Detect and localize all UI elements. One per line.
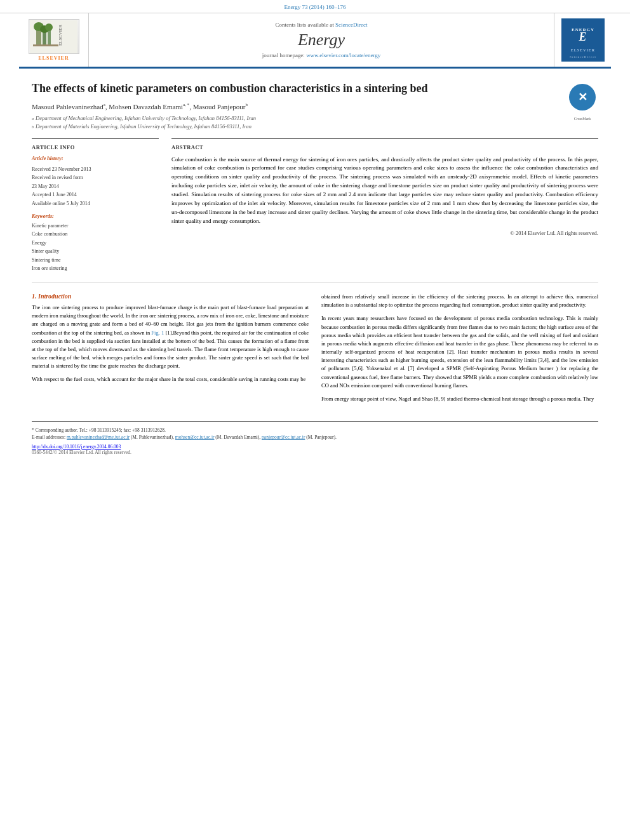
- email-line: E-mail addresses: m.pahlevaninezhad@me.i…: [32, 434, 598, 441]
- keyword-6: Iron ore sintering: [32, 264, 159, 273]
- elsevier-logo-container: ELSEVIER ELSEVIER: [19, 13, 89, 67]
- elsevier-text: ELSEVIER: [38, 55, 69, 61]
- body-right-col: obtained from relatively small increase …: [321, 293, 598, 408]
- journal-ref: Energy 73 (2014) 160–176: [284, 4, 345, 10]
- article-info-abstract: ARTICLE INFO Article history: Received 2…: [32, 138, 598, 274]
- author1-name: Masoud Pahlevaninezhad: [32, 103, 104, 110]
- received-date: Received 23 November 2013: [32, 165, 159, 174]
- copyright-line: © 2014 Elsevier Ltd. All rights reserved…: [171, 230, 598, 236]
- received-revised-label: Received in revised form: [32, 173, 159, 182]
- main-content: The effects of kinetic parameters on com…: [0, 69, 630, 421]
- elsevier-logo-image: ELSEVIER: [29, 19, 79, 54]
- right-para-3: From energy storage point of view, Nagel…: [321, 395, 598, 403]
- section-divider: [32, 283, 598, 283]
- doi-line: http://dx.doi.org/10.1016/j.energy.2014.…: [32, 444, 598, 450]
- keyword-1: Kinetic parameter: [32, 222, 159, 230]
- keywords-label: Keywords:: [32, 213, 159, 219]
- elsevier-tree-svg: ELSEVIER: [30, 20, 77, 53]
- email1-link[interactable]: m.pahlevaninezhad@me.iut.ac.ir: [67, 434, 130, 440]
- doi-link[interactable]: http://dx.doi.org/10.1016/j.energy.2014.…: [32, 444, 121, 450]
- affiliations: a Department of Mechanical Engineering, …: [32, 114, 598, 131]
- revised-date: 23 May 2014: [32, 182, 159, 191]
- svg-text:ELSEVIER: ELSEVIER: [58, 24, 63, 45]
- journal-header-right: ENERGY E ELSEVIER ScienceDirect: [554, 13, 611, 67]
- svg-text:ScienceDirect: ScienceDirect: [569, 55, 596, 58]
- right-para-1: obtained from relatively small increase …: [321, 293, 598, 309]
- article-title: The effects of kinetic parameters on com…: [32, 81, 598, 96]
- intro-heading: 1. Introduction: [32, 293, 309, 300]
- history-table: Received 23 November 2013 Received in re…: [32, 165, 159, 208]
- affil-2-text: Department of Materials Engineering, Isf…: [36, 123, 251, 131]
- fig1-ref[interactable]: Fig. 1: [151, 330, 164, 336]
- email2-link[interactable]: mohsen@cc.iut.ac.ir: [175, 434, 215, 440]
- crossmark-icon: ✕: [569, 84, 596, 110]
- crossmark-badge: ✕ CrossMark: [566, 81, 598, 113]
- intro-para-2: With respect to the fuel costs, which ac…: [32, 375, 309, 383]
- keyword-4: Sinter quality: [32, 247, 159, 256]
- author2-name: Mohsen Davazdah Emami: [109, 103, 183, 110]
- abstract-column: ABSTRACT Coke combustion is the main sou…: [171, 138, 598, 274]
- affil-1: a Department of Mechanical Engineering, …: [32, 114, 598, 123]
- footer: * Corresponding author. Tel.: +98 311391…: [32, 421, 598, 460]
- email3-link[interactable]: panjepour@cc.iut.ac.ir: [262, 434, 305, 440]
- history-label: Article history:: [32, 156, 159, 161]
- author3-name: Masoud Panjepour: [193, 103, 246, 110]
- right-para-2: In recent years many researchers have fo…: [321, 314, 598, 390]
- author3-super: b: [245, 102, 248, 107]
- title-area: The effects of kinetic parameters on com…: [32, 81, 598, 96]
- abstract-label: ABSTRACT: [171, 144, 598, 150]
- svg-rect-7: [33, 44, 58, 46]
- affil-1-text: Department of Mechanical Engineering, Is…: [36, 114, 256, 123]
- journal-header-center: Contents lists available at ScienceDirec…: [89, 13, 554, 67]
- accepted-date: Accepted 1 June 2014: [32, 190, 159, 199]
- energy-badge-svg: ENERGY E ELSEVIER ScienceDirect: [561, 18, 605, 62]
- keyword-5: Sintering time: [32, 256, 159, 265]
- abstract-text: Coke combustion is the main source of th…: [171, 156, 598, 227]
- affil-2: b Department of Materials Engineering, I…: [32, 123, 598, 131]
- issn-line: 0360-5442/© 2014 Elsevier Ltd. All right…: [32, 450, 598, 455]
- authors-line: Masoud Pahlevaninezhada, Mohsen Davazdah…: [32, 102, 598, 110]
- keyword-2: Coke combustion: [32, 230, 159, 239]
- sciencedirect-line: Contents lists available at ScienceDirec…: [276, 22, 368, 28]
- crossmark-label: CrossMark: [574, 117, 591, 121]
- corresponding-note: * Corresponding author. Tel.: +98 311391…: [32, 427, 598, 434]
- intro-para-1: The iron ore sintering process to produc…: [32, 303, 309, 370]
- energy-badge: ENERGY E ELSEVIER ScienceDirect: [561, 18, 605, 62]
- keywords-list: Kinetic parameter Coke combustion Energy…: [32, 222, 159, 274]
- keyword-3: Energy: [32, 239, 159, 248]
- svg-point-6: [45, 23, 53, 31]
- author2-super: a, *: [183, 102, 189, 107]
- article-info-label: ARTICLE INFO: [32, 144, 159, 150]
- journal-name: Energy: [298, 30, 345, 50]
- available-online: Available online 5 July 2014: [32, 199, 159, 208]
- svg-text:E: E: [578, 30, 587, 43]
- homepage-link[interactable]: www.elsevier.com/locate/energy: [306, 52, 380, 58]
- top-bar: Energy 73 (2014) 160–176: [0, 0, 630, 13]
- elsevier-logo: ELSEVIER ELSEVIER: [29, 19, 79, 61]
- journal-header: ELSEVIER ELSEVIER Contents lists availab…: [19, 13, 611, 69]
- svg-text:ELSEVIER: ELSEVIER: [570, 48, 594, 52]
- author1-super: a: [104, 102, 105, 107]
- sciencedirect-link[interactable]: ScienceDirect: [335, 22, 367, 28]
- body-content: 1. Introduction The iron ore sintering p…: [32, 293, 598, 408]
- journal-homepage: journal homepage: www.elsevier.com/locat…: [262, 52, 381, 58]
- article-info-column: ARTICLE INFO Article history: Received 2…: [32, 138, 159, 274]
- body-left-col: 1. Introduction The iron ore sintering p…: [32, 293, 309, 408]
